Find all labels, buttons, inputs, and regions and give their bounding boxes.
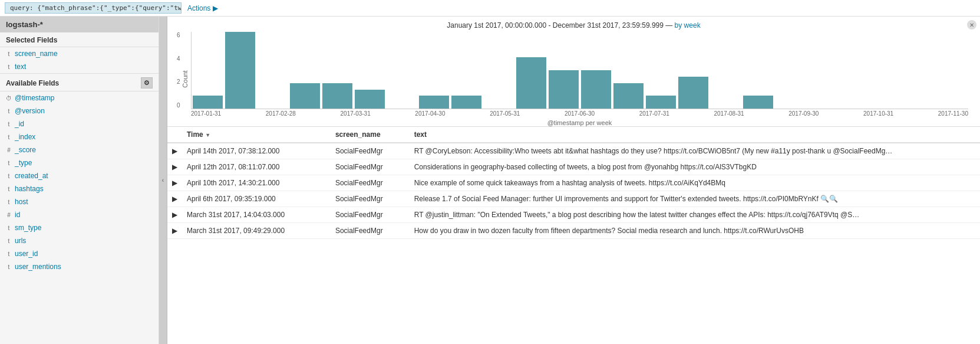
gear-button[interactable]: ⚙	[141, 77, 153, 89]
time-cell: March 31st 2017, 14:04:03.000	[182, 207, 331, 223]
table-row: ▶ April 10th 2017, 14:30:21.000 SocialFe…	[167, 175, 980, 191]
chart-date-range: January 1st 2017, 00:00:00.000 - Decembe…	[173, 21, 974, 30]
field-name: @timestamp	[15, 94, 55, 102]
x-label: 2017-07-31	[639, 110, 669, 117]
time-cell: March 31st 2017, 09:49:29.000	[182, 223, 331, 239]
chart-bar	[193, 96, 223, 109]
table-row: ▶ March 31st 2017, 14:04:03.000 SocialFe…	[167, 207, 980, 223]
field-type-icon: t	[6, 199, 12, 205]
time-cell: April 6th 2017, 09:35:19.000	[182, 191, 331, 207]
screen-name-cell: SocialFeedMgr	[331, 191, 410, 207]
available-field-hashtags[interactable]: thashtags	[0, 182, 159, 195]
field-name: created_at	[15, 172, 48, 180]
x-label: 2017-08-31	[714, 110, 744, 117]
text-cell: RT @CoryLebson: Accessibility:Who tweets…	[410, 143, 980, 159]
available-field-user_mentions[interactable]: tuser_mentions	[0, 260, 159, 273]
field-name: _type	[15, 159, 32, 167]
expand-arrow[interactable]: ▶	[167, 207, 182, 223]
actions-button[interactable]: Actions ▶	[187, 4, 218, 12]
expand-arrow[interactable]: ▶	[167, 159, 182, 175]
field-type-icon: ⏱	[6, 95, 12, 101]
table-row: ▶ March 31st 2017, 09:49:29.000 SocialFe…	[167, 223, 980, 239]
table-body: ▶ April 14th 2017, 07:38:12.000 SocialFe…	[167, 143, 980, 239]
y-tick: 4	[177, 55, 180, 62]
available-field-sm_type[interactable]: tsm_type	[0, 221, 159, 234]
available-field-user_id[interactable]: tuser_id	[0, 247, 159, 260]
available-field-created_at[interactable]: tcreated_at	[0, 169, 159, 182]
toggle-sidebar-button[interactable]: ‹	[159, 17, 167, 344]
y-ticks: 6420	[177, 32, 180, 109]
available-field-host[interactable]: thost	[0, 195, 159, 208]
text-header[interactable]: text	[410, 127, 980, 143]
field-type-icon: t	[6, 186, 12, 192]
close-chart-button[interactable]: ✕	[967, 20, 976, 30]
available-field-_score[interactable]: #_score	[0, 143, 159, 156]
field-type-icon: t	[6, 238, 12, 244]
bar-group	[515, 57, 547, 109]
field-name: @version	[15, 107, 45, 115]
expand-arrow[interactable]: ▶	[167, 223, 182, 239]
bar-group	[321, 83, 354, 109]
text-cell: RT @justin_littman: "On Extended Tweets,…	[410, 207, 980, 223]
field-type-icon: t	[6, 225, 12, 231]
available-field-_type[interactable]: t_type	[0, 156, 159, 169]
field-name: user_id	[15, 250, 38, 258]
field-name: _index	[15, 133, 35, 141]
expand-arrow[interactable]: ▶	[167, 175, 182, 191]
expand-col-header	[167, 127, 182, 143]
chart-bar	[419, 96, 449, 109]
x-label: 2017-01-31	[191, 110, 221, 117]
top-bar: query: {"match_phrase":{"_type":{"query"…	[0, 0, 980, 17]
bar-group	[289, 83, 321, 109]
available-field-urls[interactable]: turls	[0, 234, 159, 247]
y-tick: 6	[177, 32, 180, 38]
chart-bar	[516, 57, 546, 109]
selected-fields-list: tscreen_namettext	[0, 47, 159, 73]
text-cell: How do you draw in two dozen faculty fro…	[410, 223, 980, 239]
field-type-icon: t	[6, 64, 12, 70]
x-axis-title: @timestamp per week	[191, 119, 968, 126]
bar-group	[645, 96, 677, 109]
chart-bar	[613, 83, 644, 109]
chart-bar	[322, 83, 352, 109]
field-name: _id	[15, 120, 24, 128]
selected-field-text[interactable]: ttext	[0, 60, 159, 73]
sort-icon: ▼	[205, 132, 210, 138]
bar-group	[612, 83, 645, 109]
bar-group	[742, 96, 774, 109]
available-field-@timestamp[interactable]: ⏱@timestamp	[0, 91, 159, 104]
available-field-_index[interactable]: t_index	[0, 130, 159, 143]
magnify-icons[interactable]: 🔍🔍	[820, 195, 838, 203]
x-label: 2017-02-28	[266, 110, 296, 117]
field-name: user_mentions	[15, 263, 61, 271]
field-name: text	[15, 63, 26, 71]
time-cell: April 14th 2017, 07:38:12.000	[182, 143, 331, 159]
x-label: 2017-04-30	[415, 110, 445, 117]
field-name: screen_name	[15, 50, 58, 58]
screen-name-cell: SocialFeedMgr	[331, 223, 410, 239]
time-header[interactable]: Time ▼	[182, 127, 331, 143]
table-row: ▶ April 12th 2017, 08:11:07.000 SocialFe…	[167, 159, 980, 175]
index-label[interactable]: logstash-*	[0, 17, 159, 32]
sidebar: logstash-* Selected Fields tscreen_namet…	[0, 17, 159, 344]
x-label: 2017-05-31	[490, 110, 520, 117]
table-row: ▶ April 6th 2017, 09:35:19.000 SocialFee…	[167, 191, 980, 207]
field-type-icon: #	[6, 212, 12, 218]
screen-name-cell: SocialFeedMgr	[331, 207, 410, 223]
text-cell: Nice example of some quick takeaways fro…	[410, 175, 980, 191]
available-field-@version[interactable]: t@version	[0, 104, 159, 117]
x-label: 2017-09-30	[788, 110, 819, 117]
field-name: hashtags	[15, 185, 44, 193]
selected-field-screen_name[interactable]: tscreen_name	[0, 47, 159, 60]
expand-arrow[interactable]: ▶	[167, 143, 182, 159]
time-cell: April 12th 2017, 08:11:07.000	[182, 159, 331, 175]
by-week-link[interactable]: by week	[675, 21, 701, 30]
x-labels: 2017-01-312017-02-282017-03-312017-04-30…	[191, 109, 968, 118]
screen-name-header[interactable]: screen_name	[331, 127, 410, 143]
available-fields-list: ⏱@timestampt@versiont_idt_index#_scoret_…	[0, 91, 159, 273]
field-name: urls	[15, 237, 26, 245]
available-field-id[interactable]: #id	[0, 208, 159, 221]
expand-arrow[interactable]: ▶	[167, 191, 182, 207]
available-field-_id[interactable]: t_id	[0, 117, 159, 130]
y-tick: 0	[177, 102, 180, 109]
